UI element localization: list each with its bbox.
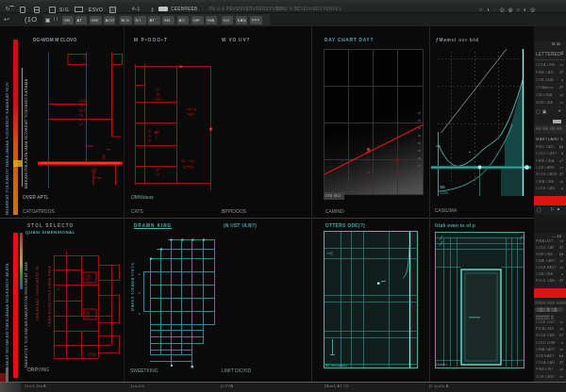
svg-text:≡≡≡≡≡≡: ≡≡≡≡≡≡ [469,316,480,319]
